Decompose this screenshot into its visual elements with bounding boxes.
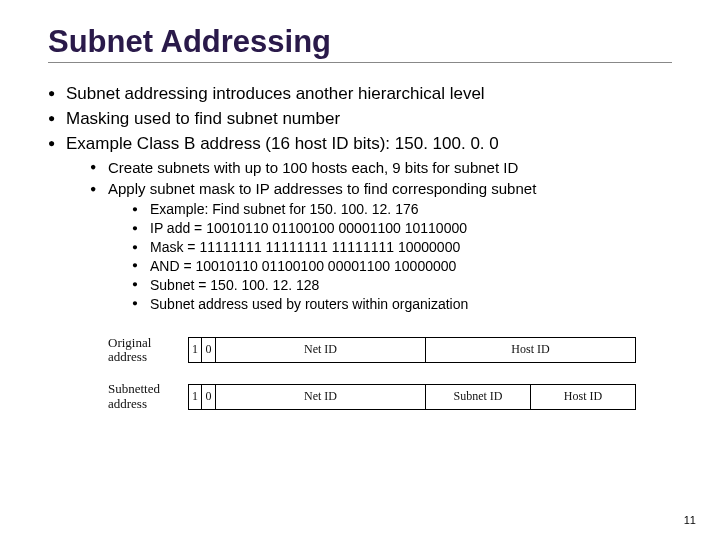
bullet-list: Subnet addressing introduces another hie… bbox=[48, 83, 672, 314]
bullet-l1: Masking used to find subnet number bbox=[48, 108, 672, 131]
netid-cell: Net ID bbox=[216, 337, 426, 363]
bullet-list-l2: Create subnets with up to 100 hosts each… bbox=[90, 158, 672, 314]
bullet-l1: Subnet addressing introduces another hie… bbox=[48, 83, 672, 106]
bullet-l1: Example Class B address (16 host ID bits… bbox=[48, 133, 672, 314]
bullet-l3: AND = 10010110 01100100 00001100 1000000… bbox=[132, 257, 672, 276]
slide-title: Subnet Addressing bbox=[48, 24, 672, 63]
bit-cell: 1 bbox=[188, 337, 202, 363]
diagram-row-subnetted: Subnetted address 1 0 Net ID Subnet ID H… bbox=[108, 382, 672, 411]
bit-cell: 1 bbox=[188, 384, 202, 410]
hostid-cell: Host ID bbox=[531, 384, 636, 410]
address-bar: 1 0 Net ID Host ID bbox=[188, 337, 636, 363]
subnetid-cell: Subnet ID bbox=[426, 384, 531, 410]
bullet-l3: Subnet = 150. 100. 12. 128 bbox=[132, 276, 672, 295]
page-number: 11 bbox=[684, 514, 696, 526]
bullet-text: Apply subnet mask to IP addresses to fin… bbox=[108, 180, 536, 197]
hostid-cell: Host ID bbox=[426, 337, 636, 363]
bullet-l3: Mask = 11111111 11111111 11111111 100000… bbox=[132, 238, 672, 257]
bullet-l3: Subnet address used by routers within or… bbox=[132, 295, 672, 314]
address-diagram: Original address 1 0 Net ID Host ID Subn… bbox=[108, 336, 672, 411]
diagram-row-original: Original address 1 0 Net ID Host ID bbox=[108, 336, 672, 365]
bullet-list-l3: Example: Find subnet for 150. 100. 12. 1… bbox=[132, 200, 672, 313]
diagram-label: Original address bbox=[108, 336, 188, 365]
bullet-l2: Apply subnet mask to IP addresses to fin… bbox=[90, 179, 672, 314]
bullet-text: Example Class B address (16 host ID bits… bbox=[66, 134, 499, 153]
bullet-l3: Example: Find subnet for 150. 100. 12. 1… bbox=[132, 200, 672, 219]
netid-cell: Net ID bbox=[216, 384, 426, 410]
bit-cell: 0 bbox=[202, 337, 216, 363]
diagram-label: Subnetted address bbox=[108, 382, 188, 411]
bullet-l3: IP add = 10010110 01100100 00001100 1011… bbox=[132, 219, 672, 238]
slide: Subnet Addressing Subnet addressing intr… bbox=[0, 0, 720, 540]
bit-cell: 0 bbox=[202, 384, 216, 410]
bullet-l2: Create subnets with up to 100 hosts each… bbox=[90, 158, 672, 178]
address-bar: 1 0 Net ID Subnet ID Host ID bbox=[188, 384, 636, 410]
